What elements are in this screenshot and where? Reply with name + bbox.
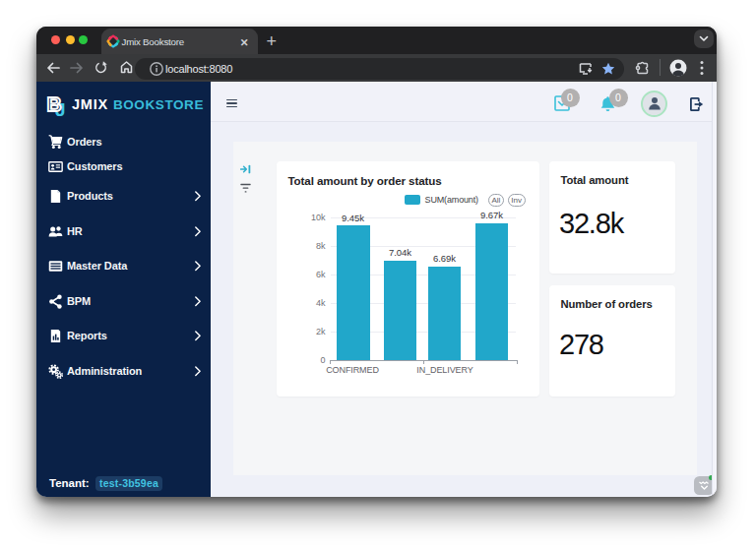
svg-text:B: B <box>47 92 62 115</box>
